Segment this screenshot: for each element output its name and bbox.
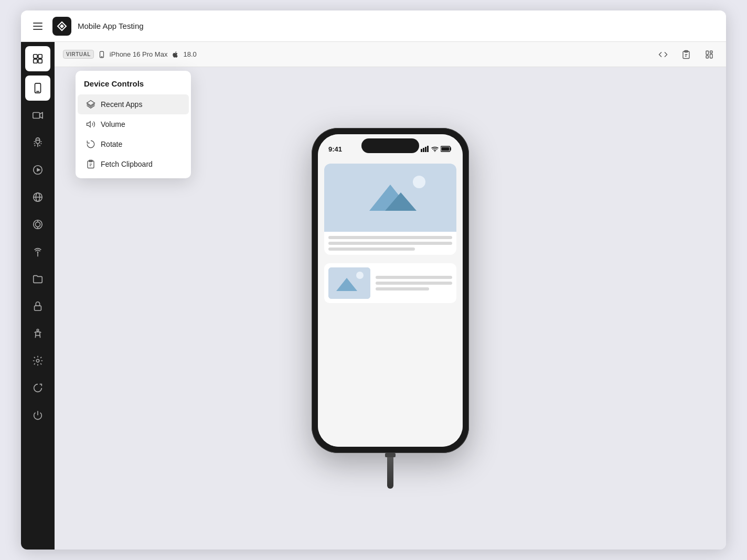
device-controls-dropdown: Device Controls Recent Apps Volume Rotat [76, 71, 191, 178]
battery-icon [441, 146, 452, 152]
sidebar-item-folder[interactable] [25, 266, 50, 292]
sidebar-item-reset[interactable] [25, 375, 50, 401]
sidebar-item-media[interactable] [25, 157, 50, 182]
bug-icon [32, 137, 44, 148]
svg-rect-29 [706, 51, 709, 55]
svg-rect-4 [38, 59, 42, 63]
reset-icon [32, 382, 44, 394]
phone-small-line-1 [376, 276, 452, 279]
person-icon [32, 328, 44, 339]
svg-marker-48 [87, 122, 91, 127]
svg-rect-35 [425, 147, 426, 152]
svg-rect-34 [423, 148, 424, 152]
svg-rect-39 [442, 147, 450, 151]
svg-point-46 [356, 272, 364, 279]
svg-point-19 [37, 252, 39, 253]
main-window: Mobile App Testing [21, 10, 726, 550]
svg-rect-36 [427, 146, 429, 152]
hamburger-line-2 [33, 26, 42, 27]
usb-cable [387, 457, 393, 489]
menu-button[interactable] [29, 18, 46, 35]
phone-status-icons [421, 146, 452, 152]
dropdown-title: Device Controls [76, 79, 191, 94]
sidebar-item-bug[interactable] [25, 130, 50, 155]
phone-dynamic-island [361, 138, 419, 153]
phone-small-line-2 [376, 282, 452, 285]
device-bar: VIRTUAL iPhone 16 Pro Max 18.0 [55, 42, 726, 67]
signal-bars-icon [421, 146, 429, 152]
phone-time: 9:41 [328, 145, 342, 153]
virtual-badge: VIRTUAL [63, 50, 94, 59]
phone-text-line-1 [328, 236, 452, 239]
os-version: 18.0 [183, 50, 196, 58]
sidebar-item-video[interactable] [25, 103, 50, 128]
clipboard-icon [86, 159, 95, 169]
device-name: iPhone 16 Pro Max [110, 50, 168, 58]
folder-icon [32, 273, 44, 285]
sidebar-item-device[interactable] [25, 76, 50, 101]
svg-point-22 [36, 359, 39, 362]
rotate-label: Rotate [101, 140, 122, 148]
layers-icon [86, 100, 95, 109]
sidebar-item-lock[interactable] [25, 294, 50, 319]
svg-point-37 [434, 151, 435, 152]
volume-label: Volume [101, 120, 125, 128]
phone-small-line-3 [376, 287, 429, 290]
svg-rect-7 [33, 113, 40, 119]
phone-card-small [324, 263, 456, 303]
device-controls-button[interactable] [701, 46, 718, 63]
svg-rect-30 [710, 51, 713, 53]
phone-image-large [324, 164, 456, 232]
svg-rect-20 [35, 306, 41, 310]
app-logo [52, 17, 71, 36]
phone-placeholder-image-large [324, 164, 456, 232]
svg-rect-2 [38, 55, 42, 58]
sidebar-item-globe[interactable] [25, 185, 50, 210]
sidebar-item-settings[interactable] [25, 348, 50, 373]
dropdown-item-recent-apps[interactable]: Recent Apps [78, 94, 189, 114]
target-icon [32, 219, 44, 230]
apple-icon [172, 51, 179, 58]
phone-card-large [324, 164, 456, 255]
sidebar-item-signal[interactable] [25, 239, 50, 264]
phone-app-content [318, 157, 463, 447]
sidebar-item-target[interactable] [25, 212, 50, 237]
video-icon [32, 110, 44, 121]
svg-rect-1 [34, 55, 37, 58]
sidebar-item-accessibility[interactable] [25, 321, 50, 346]
phone-statusbar: 9:41 [318, 134, 463, 157]
sidebar [21, 42, 55, 550]
svg-point-15 [35, 222, 40, 227]
device-actions [655, 46, 718, 63]
hamburger-line-1 [33, 23, 42, 24]
usb-connector-top [385, 453, 396, 457]
dropdown-item-rotate[interactable]: Rotate [78, 134, 189, 154]
wifi-icon [431, 146, 439, 152]
app-title: Mobile App Testing [78, 21, 144, 30]
sidebar-item-app[interactable] [25, 46, 50, 71]
recent-apps-label: Recent Apps [101, 100, 142, 109]
clipboard-action-button[interactable] [678, 46, 695, 63]
lock-icon [32, 300, 44, 312]
fetch-clipboard-label: Fetch Clipboard [101, 160, 153, 168]
sidebar-item-power[interactable] [25, 403, 50, 428]
code-button[interactable] [655, 46, 671, 63]
dropdown-item-volume[interactable]: Volume [78, 114, 189, 134]
hamburger-line-3 [33, 29, 42, 30]
media-icon [32, 164, 44, 176]
code-icon [658, 50, 668, 59]
phone-text-line-3 [328, 247, 415, 251]
svg-rect-32 [710, 54, 713, 58]
phone-icon [32, 82, 44, 94]
svg-point-21 [37, 329, 39, 331]
power-icon [32, 410, 44, 421]
device-info: VIRTUAL iPhone 16 Pro Max 18.0 [63, 50, 197, 59]
antenna-icon [32, 246, 44, 257]
phone-placeholder-image-small [328, 267, 370, 299]
dropdown-item-fetch-clipboard[interactable]: Fetch Clipboard [78, 154, 189, 174]
phone-image-small [328, 267, 370, 299]
gear-icon [32, 355, 44, 367]
phone-mockup: 9:41 [312, 128, 469, 453]
globe-icon [32, 191, 44, 203]
device-controls-icon [705, 50, 714, 59]
